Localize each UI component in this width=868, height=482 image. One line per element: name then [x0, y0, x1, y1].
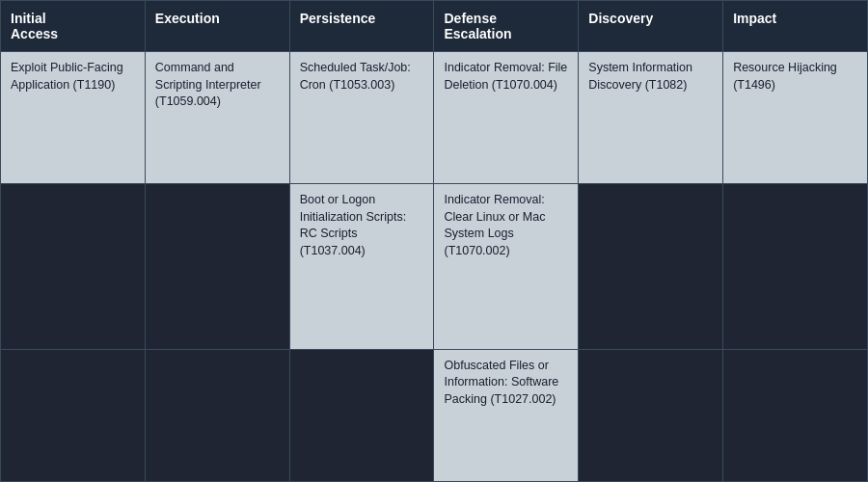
mitre-matrix: Initial AccessExecutionPersistenceDefens… [0, 0, 868, 482]
cell-r0-c2: Scheduled Task/Job: Cron (T1053.003) [289, 52, 434, 184]
cell-r1-c5 [723, 184, 868, 350]
cell-r0-c5: Resource Hijacking (T1496) [723, 52, 868, 184]
cell-r0-c4: System Information Discovery (T1082) [579, 52, 723, 184]
column-header-initial-access: Initial Access [1, 1, 146, 52]
column-header-defense-escalation: Defense Escalation [434, 1, 579, 52]
cell-r1-c3: Indicator Removal: Clear Linux or Mac Sy… [434, 184, 579, 350]
cell-r1-c4 [579, 184, 723, 350]
cell-r2-c4 [579, 349, 723, 481]
column-header-discovery: Discovery [579, 1, 723, 52]
column-header-impact: Impact [723, 1, 868, 52]
cell-r2-c0 [1, 349, 146, 481]
cell-r1-c2: Boot or Logon Initialization Scripts: RC… [289, 184, 434, 350]
cell-r0-c3: Indicator Removal: File Deletion (T1070.… [434, 52, 579, 184]
matrix-row-2: Obfuscated Files or Information: Softwar… [1, 349, 868, 481]
header-row: Initial AccessExecutionPersistenceDefens… [1, 1, 868, 52]
cell-r2-c2 [289, 349, 434, 481]
cell-r1-c0 [1, 184, 146, 350]
matrix-row-1: Boot or Logon Initialization Scripts: RC… [1, 184, 868, 350]
cell-r0-c1: Command and Scripting Interpreter (T1059… [145, 52, 289, 184]
cell-r2-c3: Obfuscated Files or Information: Softwar… [434, 349, 579, 481]
cell-r2-c5 [723, 349, 868, 481]
cell-r1-c1 [145, 184, 289, 350]
cell-r0-c0: Exploit Public-Facing Application (T1190… [1, 52, 146, 184]
cell-r2-c1 [145, 349, 289, 481]
matrix-row-0: Exploit Public-Facing Application (T1190… [1, 52, 868, 184]
column-header-execution: Execution [145, 1, 289, 52]
column-header-persistence: Persistence [289, 1, 434, 52]
